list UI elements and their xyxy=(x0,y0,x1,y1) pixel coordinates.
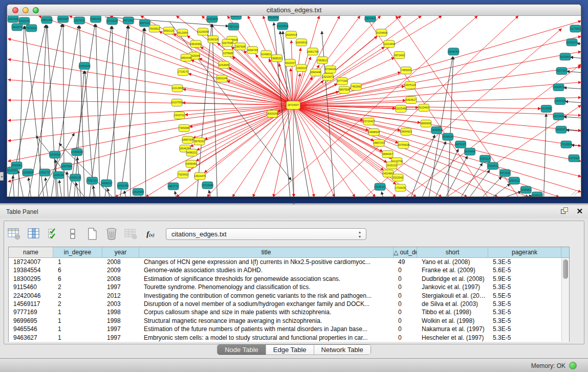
graph-node[interactable]: 16210072 xyxy=(322,74,334,81)
graph-node[interactable]: 10107550 xyxy=(171,99,183,106)
graph-node[interactable]: 2916702 xyxy=(174,112,185,119)
graph-node[interactable]: 9899695 xyxy=(421,120,431,127)
graph-node[interactable]: 9529966 xyxy=(560,53,571,60)
table-row[interactable]: 1456911722003Disruption of a novel membe… xyxy=(9,300,569,308)
graph-node[interactable]: 9242845 xyxy=(219,61,229,69)
delete-table-icon[interactable] xyxy=(104,227,119,241)
table-cell[interactable]: Estimation of significance thresholds fo… xyxy=(139,275,394,283)
splitter-grip-icon[interactable]: ▴ xyxy=(291,202,297,205)
graph-node[interactable]: 15135141 xyxy=(374,183,386,190)
graph-node[interactable]: 18807243 xyxy=(373,139,385,146)
graph-node[interactable]: 9867541 xyxy=(139,19,150,27)
graph-node[interactable]: 8322037 xyxy=(285,59,296,67)
graph-node[interactable]: 6794028 xyxy=(325,66,336,73)
network-canvas[interactable]: 1851549549153696432767515526298914061065… xyxy=(7,16,581,197)
graph-node[interactable]: 2367608 xyxy=(235,43,246,50)
table-row[interactable]: 946554611997Estimation of the future num… xyxy=(9,325,569,333)
graph-node[interactable]: 17359928 xyxy=(71,148,83,156)
table-cell[interactable]: 2 xyxy=(53,300,102,308)
tab-network-table[interactable]: Network Table xyxy=(314,345,371,355)
graph-node[interactable]: 9474444 xyxy=(465,148,475,155)
graph-node[interactable]: 18987424 xyxy=(182,136,193,143)
graph-node[interactable]: 10654112 xyxy=(508,177,520,184)
close-panel-icon[interactable]: ✕ xyxy=(576,207,583,215)
column-header-year[interactable]: year xyxy=(102,247,139,257)
table-row[interactable]: 977716911998Corpus callosum shape and si… xyxy=(9,308,569,316)
graph-node[interactable]: 20206526 xyxy=(49,151,61,158)
graph-node[interactable]: 1440954 xyxy=(431,126,442,134)
graph-node[interactable]: 7632621 xyxy=(487,162,498,169)
table-cell[interactable]: 1 xyxy=(53,258,102,266)
table-cell[interactable]: Estimation of the future numbers of pati… xyxy=(139,325,394,333)
table-row[interactable]: 1830029562008Estimation of significance … xyxy=(9,275,569,283)
graph-node[interactable]: 15716485 xyxy=(202,182,213,189)
table-cell[interactable]: 5.3E-5 xyxy=(488,317,561,325)
graph-node[interactable]: 15885201 xyxy=(271,55,283,62)
graph-node[interactable]: 9777169 xyxy=(337,78,347,85)
graph-node[interactable]: 12093872 xyxy=(553,84,564,91)
function-builder-icon[interactable]: f(x) xyxy=(143,227,158,241)
table-cell[interactable]: 0 xyxy=(394,334,417,342)
graph-node[interactable]: 12213404 xyxy=(383,40,395,48)
table-cell[interactable]: 19384554 xyxy=(9,266,53,274)
table-cell[interactable]: 0 xyxy=(394,317,417,325)
table-settings-icon[interactable] xyxy=(7,227,21,241)
table-row[interactable]: 911546021997Tourette syndrome. Phenomeno… xyxy=(9,283,569,291)
column-header-title[interactable]: title xyxy=(139,247,394,257)
graph-node[interactable]: 15720407 xyxy=(363,118,375,125)
table-cell[interactable]: Tibbo et al. (1998) xyxy=(417,308,488,316)
column-header-short[interactable]: short xyxy=(417,247,488,257)
graph-node[interactable]: 7936386 xyxy=(179,124,189,132)
table-cell[interactable]: 1998 xyxy=(102,317,139,325)
table-cell[interactable]: 5.3E-5 xyxy=(488,308,561,316)
graph-node[interactable]: 8454749 xyxy=(247,47,258,54)
table-cell[interactable]: Wolkin et al. (1998) xyxy=(417,317,488,325)
table-cell[interactable]: Corpus callosum shape and size in male p… xyxy=(139,308,394,316)
graph-node[interactable]: 9560123 xyxy=(163,27,174,34)
graph-node[interactable]: 20876842 xyxy=(364,16,376,22)
table-cell[interactable]: 2 xyxy=(53,292,102,300)
table-cell[interactable]: 14569117 xyxy=(9,300,53,308)
table-vertical-scrollbar[interactable] xyxy=(561,258,569,341)
table-cell[interactable]: 5.9E-5 xyxy=(488,275,561,283)
canvas-resize-grip[interactable] xyxy=(571,190,578,195)
graph-node[interactable]: 9463627 xyxy=(406,97,417,104)
new-table-icon[interactable] xyxy=(85,227,99,241)
table-cell[interactable]: 2003 xyxy=(102,300,139,308)
tab-edge-table[interactable]: Edge Table xyxy=(266,345,314,355)
graph-node[interactable]: 16543992 xyxy=(190,40,202,48)
graph-node[interactable]: 1527602 xyxy=(74,17,85,24)
table-cell[interactable]: 18724007 xyxy=(9,258,53,266)
graph-node[interactable]: 2522540 xyxy=(393,174,403,181)
graph-node[interactable]: 17957223 xyxy=(86,177,98,184)
graph-node[interactable]: 8912954 xyxy=(177,29,188,36)
table-cell[interactable]: Stergiakouli et al. (2012) xyxy=(417,292,488,300)
table-cell[interactable]: 5.3E-5 xyxy=(488,300,561,308)
graph-node[interactable]: 7955812 xyxy=(317,57,328,64)
graph-node[interactable]: 1145194 xyxy=(53,171,64,179)
table-cell[interactable]: 1 xyxy=(53,325,102,333)
graph-node[interactable]: 12444136 xyxy=(554,98,566,105)
graph-node[interactable]: 8500081 xyxy=(11,162,22,169)
graph-node[interactable]: 9990448 xyxy=(310,69,321,76)
table-cell[interactable]: Tourette syndrome. Phenomenology and cla… xyxy=(139,283,394,291)
graph-node[interactable]: 11156809 xyxy=(22,169,33,176)
column-header-name[interactable]: name xyxy=(9,247,53,257)
graph-node[interactable]: 9973493 xyxy=(394,52,405,59)
graph-node[interactable]: 19654923 xyxy=(400,128,412,135)
table-cell[interactable]: 2 xyxy=(53,283,102,291)
graph-node[interactable]: 7462660 xyxy=(351,83,361,91)
graph-node[interactable]: 7485063 xyxy=(401,67,411,74)
table-cell[interactable]: 9115460 xyxy=(9,283,53,291)
table-cell[interactable]: 0 xyxy=(394,283,417,291)
table-cell[interactable]: 2009 xyxy=(102,266,139,274)
graph-node[interactable]: 7557224 xyxy=(228,23,239,30)
graph-node[interactable]: 16961758 xyxy=(307,48,318,55)
float-panel-icon[interactable] xyxy=(561,207,569,215)
network-window-titlebar[interactable]: citations_edges.txt xyxy=(7,5,581,16)
table-cell[interactable]: Jankovic et al. (1997) xyxy=(417,283,488,291)
graph-node[interactable]: 1851549 xyxy=(8,16,18,23)
graph-node[interactable]: 6879197 xyxy=(455,141,466,148)
graph-node[interactable]: 9897508 xyxy=(339,86,350,94)
table-cell[interactable]: 0 xyxy=(394,275,417,283)
